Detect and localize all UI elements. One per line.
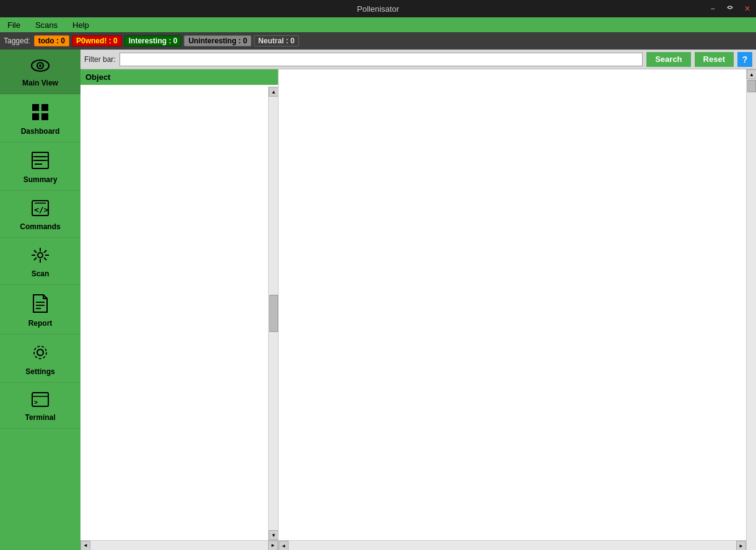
left-scroll-track-2 (269, 333, 278, 530)
right-scrollbar-bottom: ◄ ► (279, 540, 746, 550)
svg-rect-5 (32, 113, 39, 120)
filter-bar-label: Filter bar: (84, 55, 116, 64)
tagged-label: Tagged: (4, 37, 30, 45)
svg-text:>_: >_ (34, 399, 42, 406)
left-panel: ▲ Object ▲ ▼ ◄ ► (80, 69, 279, 550)
app-title: Pollenisator (357, 4, 399, 14)
right-panel: ▲ ◄ ► (279, 69, 756, 550)
search-button[interactable]: Search (646, 52, 690, 67)
svg-rect-6 (41, 113, 48, 120)
left-table-body[interactable] (80, 85, 268, 540)
left-scroll-right[interactable]: ► (268, 541, 278, 551)
tag-bar: Tagged: todo : 0 P0wned! : 0 Interesting… (0, 32, 756, 50)
restore-button[interactable] (721, 0, 739, 17)
left-scroll-track (269, 97, 278, 294)
reset-button[interactable]: Reset (695, 52, 734, 67)
left-scrollbar-bottom: ◄ ► (80, 540, 278, 550)
right-h-scroll-track (289, 541, 736, 550)
sidebar-item-commands[interactable]: </> Commands (0, 191, 80, 238)
title-bar-controls: − ✕ (704, 0, 756, 17)
menu-bar: File Scans Help (0, 17, 756, 32)
summary-icon (31, 151, 50, 173)
terminal-icon: >_ (31, 391, 50, 411)
menu-file[interactable]: File (2, 19, 25, 31)
menu-help[interactable]: Help (67, 19, 94, 31)
tag-neutral-badge[interactable]: Neutral : 0 (254, 35, 299, 46)
filter-bar: Filter bar: Search Reset ? (80, 50, 756, 69)
right-scroll-right[interactable]: ► (736, 541, 746, 550)
sidebar: Main View Dashboard (0, 50, 80, 550)
tag-interesting-badge[interactable]: Interesting : 0 (124, 35, 182, 46)
svg-point-29 (34, 346, 46, 359)
sidebar-item-scan[interactable]: Scan (0, 238, 80, 285)
svg-rect-3 (32, 104, 39, 111)
content-area: Filter bar: Search Reset ? ▲ Object ▲ (80, 50, 756, 550)
sidebar-item-dashboard[interactable]: Dashboard (0, 94, 80, 142)
svg-point-2 (39, 64, 41, 67)
svg-line-24 (34, 258, 37, 260)
tag-uninteresting-badge[interactable]: Uninteresting : 0 (184, 35, 251, 46)
title-bar: Pollenisator − ✕ (0, 0, 756, 17)
left-scrollbar: ▲ ▼ (268, 87, 278, 540)
svg-point-16 (38, 253, 43, 258)
sidebar-label-dashboard: Dashboard (21, 127, 60, 136)
main-layout: Main View Dashboard (0, 50, 756, 550)
sidebar-item-terminal[interactable]: >_ Terminal (0, 383, 80, 429)
sidebar-label-summary: Summary (24, 175, 58, 184)
svg-line-23 (44, 250, 46, 253)
sidebar-label-terminal: Terminal (25, 413, 55, 422)
sidebar-label-commands: Commands (20, 222, 60, 231)
sidebar-label-settings: Settings (25, 367, 54, 376)
commands-icon: </> (31, 199, 50, 220)
tag-owned-badge[interactable]: P0wned! : 0 (72, 35, 122, 46)
left-scroll-down[interactable]: ▼ (269, 530, 279, 540)
right-scroll-left[interactable]: ◄ (279, 541, 289, 550)
sidebar-item-main-view[interactable]: Main View (0, 50, 80, 94)
scroll-top-area: ▲ (268, 87, 278, 97)
svg-text:</>: </> (34, 205, 49, 214)
menu-scans[interactable]: Scans (30, 19, 63, 31)
help-button[interactable]: ? (737, 52, 752, 67)
sidebar-item-summary[interactable]: Summary (0, 142, 80, 191)
filter-input[interactable] (119, 53, 643, 66)
right-scroll-thumb[interactable] (747, 80, 756, 92)
sidebar-item-settings[interactable]: Settings (0, 334, 80, 383)
sidebar-label-main-view: Main View (22, 79, 58, 87)
close-button[interactable]: ✕ (739, 0, 756, 17)
settings-icon (31, 343, 50, 365)
left-table-header: Object (80, 69, 278, 85)
sidebar-label-scan: Scan (32, 269, 50, 278)
svg-point-28 (37, 349, 43, 356)
svg-rect-4 (41, 104, 48, 111)
left-scroll-thumb[interactable] (269, 295, 278, 332)
scroll-up-arrow[interactable]: ▲ (269, 87, 279, 97)
svg-line-21 (34, 250, 37, 253)
left-scroll-left[interactable]: ◄ (80, 541, 90, 551)
dashboard-icon (31, 103, 50, 124)
report-icon (32, 294, 48, 316)
right-scrollbar: ▲ (746, 69, 756, 550)
minimize-button[interactable]: − (704, 0, 721, 17)
table-container: ▲ Object ▲ ▼ ◄ ► (80, 69, 756, 550)
sidebar-label-report: Report (28, 319, 53, 328)
sidebar-item-report[interactable]: Report (0, 285, 80, 334)
tag-todo-badge[interactable]: todo : 0 (34, 35, 69, 46)
eye-icon (30, 58, 51, 76)
right-scroll-up[interactable]: ▲ (747, 69, 756, 79)
restore-icon (726, 5, 734, 12)
svg-line-22 (44, 258, 46, 260)
scan-icon (30, 247, 50, 267)
